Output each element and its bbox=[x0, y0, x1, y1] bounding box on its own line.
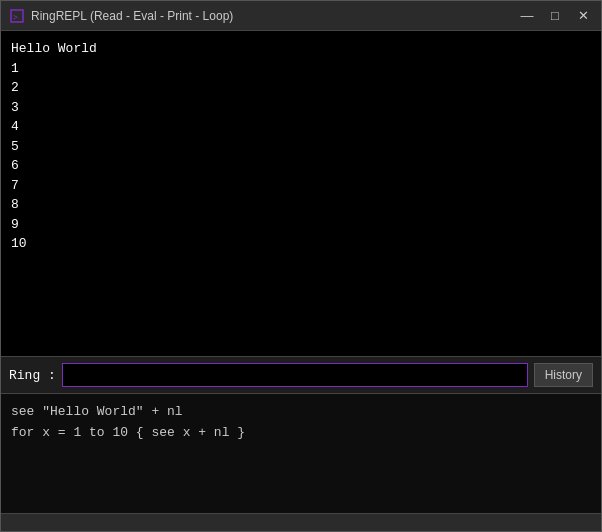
output-line: 1 bbox=[11, 59, 591, 79]
title-bar: >_ RingREPL (Read - Eval - Print - Loop)… bbox=[1, 1, 601, 31]
svg-text:>_: >_ bbox=[13, 13, 23, 22]
main-window: >_ RingREPL (Read - Eval - Print - Loop)… bbox=[0, 0, 602, 532]
code-line: see "Hello World" + nl bbox=[11, 402, 591, 423]
output-line: 4 bbox=[11, 117, 591, 137]
minimize-button[interactable]: — bbox=[517, 6, 537, 26]
maximize-button[interactable]: □ bbox=[545, 6, 565, 26]
code-area: see "Hello World" + nlfor x = 1 to 10 { … bbox=[1, 393, 601, 513]
input-bar: Ring : History bbox=[1, 356, 601, 393]
output-line: 8 bbox=[11, 195, 591, 215]
window-title: RingREPL (Read - Eval - Print - Loop) bbox=[31, 9, 233, 23]
output-line: 9 bbox=[11, 215, 591, 235]
output-line: 10 bbox=[11, 234, 591, 254]
ring-label: Ring : bbox=[9, 368, 56, 383]
output-line: 7 bbox=[11, 176, 591, 196]
output-line: 6 bbox=[11, 156, 591, 176]
output-line: 5 bbox=[11, 137, 591, 157]
bottom-bar bbox=[1, 513, 601, 531]
repl-output: Hello World12345678910 bbox=[1, 31, 601, 356]
close-button[interactable]: ✕ bbox=[573, 6, 593, 26]
title-bar-controls: — □ ✕ bbox=[517, 6, 593, 26]
history-button[interactable]: History bbox=[534, 363, 593, 387]
output-line: 3 bbox=[11, 98, 591, 118]
code-line: for x = 1 to 10 { see x + nl } bbox=[11, 423, 591, 444]
title-bar-left: >_ RingREPL (Read - Eval - Print - Loop) bbox=[9, 8, 233, 24]
app-icon: >_ bbox=[9, 8, 25, 24]
ring-input[interactable] bbox=[62, 363, 528, 387]
output-line: Hello World bbox=[11, 39, 591, 59]
output-line: 2 bbox=[11, 78, 591, 98]
